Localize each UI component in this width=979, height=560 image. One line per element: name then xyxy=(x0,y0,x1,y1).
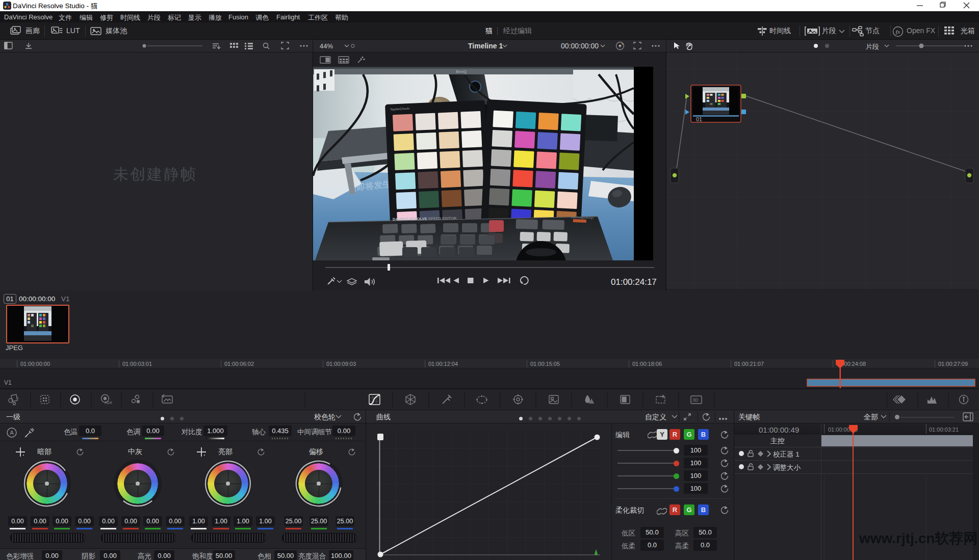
svg-text:01:00:03:01: 01:00:03:01 xyxy=(122,361,152,367)
svg-text:A: A xyxy=(10,430,14,436)
svg-text:01:00:27:09: 01:00:27:09 xyxy=(938,361,968,367)
svg-text:3D: 3D xyxy=(692,397,699,403)
svg-text:01:00:12:04: 01:00:12:04 xyxy=(428,361,458,367)
svg-text:01:00:21:07: 01:00:21:07 xyxy=(734,361,764,367)
svg-text:fx: fx xyxy=(896,29,900,35)
svg-text:01:00:18:06: 01:00:18:06 xyxy=(632,361,662,367)
svg-text:01:00:24:17: 01:00:24:17 xyxy=(611,277,657,287)
svg-text:01:00:09:03: 01:00:09:03 xyxy=(326,361,356,367)
svg-text:01:00:06:02: 01:00:06:02 xyxy=(224,361,254,367)
svg-text:01:00:00:00: 01:00:00:00 xyxy=(20,361,50,367)
svg-text:HDR: HDR xyxy=(105,401,112,405)
svg-text:01:00:15:05: 01:00:15:05 xyxy=(530,361,560,367)
